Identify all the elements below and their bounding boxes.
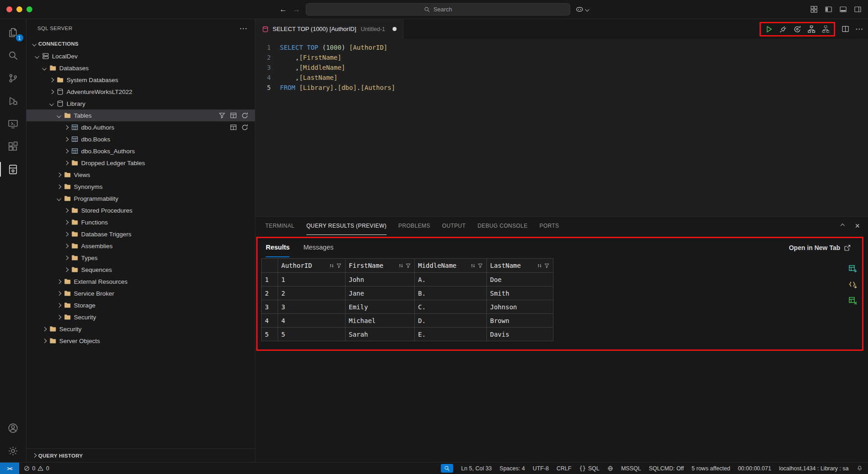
chevron-down-icon[interactable] <box>55 109 63 121</box>
grid-cell[interactable]: Emily <box>346 300 415 314</box>
filter-icon[interactable] <box>544 263 550 269</box>
status-language[interactable]: {}SQL <box>579 465 599 472</box>
more-actions-icon[interactable]: ⋯ <box>855 24 863 34</box>
chevron-right-icon[interactable] <box>55 276 63 287</box>
tree-item-sequences[interactable]: Sequences <box>26 264 255 276</box>
disconnect-button[interactable] <box>779 25 787 33</box>
grid-cell[interactable]: E. <box>415 328 487 341</box>
chevron-right-icon[interactable] <box>47 86 56 98</box>
chevron-down-icon[interactable] <box>47 98 56 109</box>
grid-cell[interactable]: B. <box>415 286 487 300</box>
maximize-panel-button[interactable] <box>838 217 847 235</box>
save-as-json-icon[interactable] <box>848 281 858 290</box>
grid-cell[interactable]: Doe <box>487 273 553 286</box>
sort-icon[interactable] <box>470 263 476 269</box>
results-tab[interactable]: Results <box>266 238 289 257</box>
grid-cell[interactable]: Jane <box>346 286 415 300</box>
status-sqlcmd[interactable]: SQLCMD: Off <box>649 465 684 472</box>
close-window-button[interactable] <box>6 6 12 12</box>
chevron-down-icon[interactable] <box>55 193 63 204</box>
grid-cell[interactable]: Michael <box>346 314 415 328</box>
zoom-indicator[interactable] <box>441 464 453 473</box>
tree-item-synonyms[interactable]: Synonyms <box>26 181 255 193</box>
query-history-section-header[interactable]: QUERY HISTORY <box>26 448 255 462</box>
grid-cell[interactable]: John <box>346 273 415 286</box>
tree-item-databases[interactable]: Databases <box>26 62 255 74</box>
remote-indicator[interactable]: >< <box>0 463 19 474</box>
row-number-cell[interactable]: 1 <box>262 273 278 286</box>
toggle-panel-icon[interactable] <box>839 5 847 13</box>
tree-item-server-objects[interactable]: Server Objects <box>26 335 255 347</box>
chevron-right-icon[interactable] <box>55 169 63 181</box>
chevron-right-icon[interactable] <box>40 323 48 335</box>
tree-item-external-resources[interactable]: External Resources <box>26 276 255 287</box>
chevron-down-icon[interactable] <box>40 62 48 74</box>
tree-item-tables[interactable]: Tables <box>26 109 255 121</box>
grid-cell[interactable]: A. <box>415 273 487 286</box>
sort-icon[interactable] <box>398 263 404 269</box>
chevron-right-icon[interactable] <box>47 74 56 86</box>
close-panel-button[interactable]: × <box>855 222 860 230</box>
tree-item-system-databases[interactable]: System Databases <box>26 74 255 86</box>
status-globe[interactable] <box>607 465 614 472</box>
grid-cell[interactable]: C. <box>415 300 487 314</box>
code-editor[interactable]: 1SELECT TOP (1000) [AuthorID] 2 ,[FirstN… <box>255 39 868 216</box>
chevron-right-icon[interactable] <box>62 121 70 133</box>
change-connection-button[interactable] <box>793 25 801 33</box>
tree-item-security-database[interactable]: Security <box>26 311 255 323</box>
activity-item-search[interactable] <box>0 44 26 67</box>
tree-item-assemblies[interactable]: Assemblies <box>26 240 255 252</box>
editor-tab[interactable]: SELECT TOP (1000) [AuthorID] Untitled-1 <box>255 19 403 39</box>
tree-item-dbo-books[interactable]: dbo.Books <box>26 133 255 145</box>
activity-item-explorer[interactable]: 1 <box>0 21 26 44</box>
chevron-right-icon[interactable] <box>62 216 70 228</box>
chevron-right-icon[interactable] <box>55 299 63 311</box>
grid-cell[interactable]: D. <box>415 314 487 328</box>
modified-indicator-icon[interactable] <box>393 27 397 31</box>
tree-item-service-broker[interactable]: Service Broker <box>26 287 255 299</box>
connections-section-header[interactable]: CONNECTIONS <box>26 37 255 50</box>
chevron-down-icon[interactable] <box>33 50 41 62</box>
chevron-right-icon[interactable] <box>55 311 63 323</box>
filter-icon[interactable] <box>336 263 342 269</box>
chevron-right-icon[interactable] <box>62 264 70 276</box>
activity-item-accounts[interactable] <box>0 417 26 439</box>
filter-icon[interactable] <box>218 112 226 119</box>
status-spaces[interactable]: Spaces: 4 <box>500 465 525 472</box>
tree-item-storage[interactable]: Storage <box>26 299 255 311</box>
grid-cell[interactable]: Johnson <box>487 300 553 314</box>
tree-item-dropped-ledger-tables[interactable]: Dropped Ledger Tables <box>26 157 255 169</box>
more-actions-icon[interactable]: ⋯ <box>239 24 248 33</box>
panel-tab-problems[interactable]: PROBLEMS <box>398 217 430 235</box>
notifications-button[interactable] <box>857 465 863 472</box>
save-as-csv-icon[interactable] <box>848 265 858 274</box>
row-number-cell[interactable]: 5 <box>262 328 278 341</box>
problems-status[interactable]: 0 0 <box>24 465 49 472</box>
activity-item-run-and-debug[interactable] <box>0 89 26 112</box>
tree-item-programmability[interactable]: Programmability <box>26 193 255 204</box>
grid-cell[interactable]: 2 <box>278 286 346 300</box>
row-number-cell[interactable]: 2 <box>262 286 278 300</box>
save-as-excel-icon[interactable] <box>848 297 858 306</box>
estimated-plan-button[interactable] <box>807 25 816 33</box>
tree-item-stored-procedures[interactable]: Stored Procedures <box>26 204 255 216</box>
filter-icon[interactable] <box>477 263 483 269</box>
grid-column-header[interactable]: MiddleName <box>415 259 487 273</box>
panel-tab-debug-console[interactable]: DEBUG CONSOLE <box>477 217 527 235</box>
chevron-right-icon[interactable] <box>62 252 70 264</box>
grid-column-header[interactable]: AuthorID <box>278 259 346 273</box>
activity-item-remote-explorer[interactable] <box>0 112 26 135</box>
chevron-right-icon[interactable] <box>62 204 70 216</box>
run-query-button[interactable] <box>765 25 773 33</box>
status-line-col[interactable]: Ln 5, Col 33 <box>461 465 491 472</box>
status-mssql[interactable]: MSSQL <box>621 465 641 472</box>
panel-tab-query-results[interactable]: QUERY RESULTS (PREVIEW) <box>306 217 387 235</box>
refresh-icon[interactable] <box>241 112 248 119</box>
back-button[interactable]: ← <box>279 5 287 14</box>
split-editor-icon[interactable] <box>842 25 849 33</box>
activity-item-settings[interactable] <box>0 439 26 462</box>
actual-plan-button[interactable] <box>822 25 830 33</box>
grid-cell[interactable]: 3 <box>278 300 346 314</box>
minimize-window-button[interactable] <box>16 6 22 12</box>
tree-item-types[interactable]: Types <box>26 252 255 264</box>
